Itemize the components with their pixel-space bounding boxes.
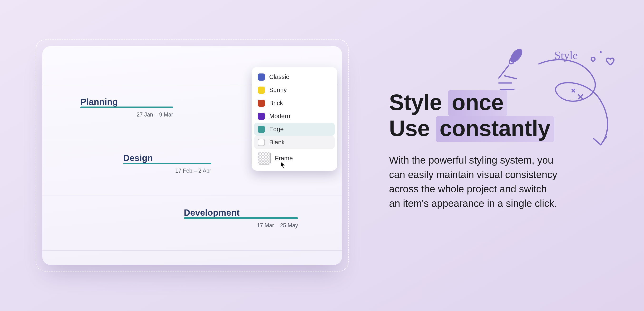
swatch-icon — [258, 126, 265, 133]
style-option-label: Blank — [269, 138, 285, 146]
headline-highlight: once — [448, 90, 507, 116]
task-bar[interactable] — [80, 106, 173, 108]
description: With the powerful styling system, you ca… — [389, 153, 560, 211]
swatch-icon — [258, 100, 265, 107]
task-design[interactable]: Design 17 Feb – 2 Apr — [123, 153, 211, 174]
style-option-label: Classic — [269, 73, 289, 80]
headline-highlight: constantly — [436, 116, 554, 142]
style-option-frame[interactable]: Frame — [254, 149, 335, 168]
style-option-brick[interactable]: Brick — [254, 96, 335, 110]
svg-line-5 — [505, 76, 516, 79]
task-planning[interactable]: Planning 27 Jan – 9 Mar — [80, 97, 173, 118]
row-divider — [42, 250, 342, 250]
doodle-label: Style — [554, 49, 578, 62]
style-option-blank[interactable]: Blank — [254, 136, 335, 149]
style-option-label: Frame — [275, 154, 293, 162]
marketing-copy: Style Style once Use constantly With the… — [389, 90, 560, 221]
swatch-icon — [258, 152, 271, 164]
style-option-modern[interactable]: Modern — [254, 110, 335, 123]
task-bar[interactable] — [123, 163, 211, 164]
task-title: Design — [123, 153, 211, 163]
task-title: Development — [184, 208, 298, 218]
style-option-label: Sunny — [269, 86, 287, 94]
swatch-icon — [258, 139, 265, 146]
svg-point-6 — [600, 51, 602, 53]
task-title: Planning — [80, 97, 173, 107]
task-dates: 27 Jan – 9 Mar — [137, 112, 173, 118]
swatch-icon — [258, 86, 265, 94]
style-option-label: Modern — [269, 112, 290, 120]
style-option-sunny[interactable]: Sunny — [254, 84, 335, 96]
svg-point-0 — [508, 46, 524, 65]
style-dropdown[interactable]: Classic Sunny Brick Modern Edge Blank — [252, 67, 337, 171]
swatch-icon — [258, 74, 265, 80]
headline-word: Style — [389, 90, 442, 115]
style-option-edge[interactable]: Edge — [254, 123, 335, 136]
headline: Style once Use constantly — [389, 90, 560, 142]
task-dates: 17 Mar – 25 May — [257, 222, 298, 229]
headline-word: Use — [389, 116, 430, 141]
timeline-card-frame: Planning 27 Jan – 9 Mar Design 17 Feb – … — [36, 40, 349, 272]
task-dates: 17 Feb – 2 Apr — [175, 168, 211, 174]
timeline-card: Planning 27 Jan – 9 Mar Design 17 Feb – … — [42, 46, 342, 265]
swatch-icon — [258, 113, 265, 120]
task-bar[interactable] — [184, 217, 298, 219]
style-option-label: Edge — [269, 126, 284, 133]
task-development[interactable]: Development 17 Mar – 25 May — [184, 208, 298, 229]
svg-point-7 — [591, 57, 595, 61]
style-option-label: Brick — [269, 100, 283, 107]
row-divider — [42, 195, 342, 196]
style-option-classic[interactable]: Classic — [254, 70, 335, 84]
